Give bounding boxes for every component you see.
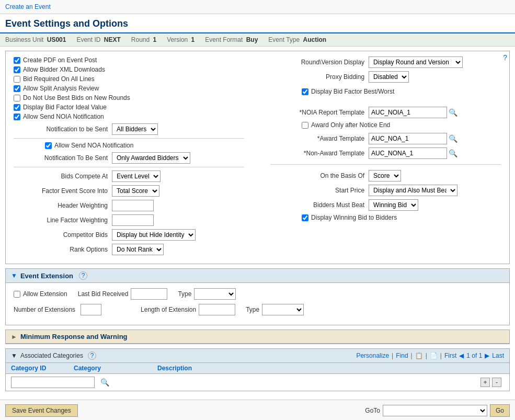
col-category-id-header: Category ID bbox=[11, 365, 74, 372]
goto-label: GoTo bbox=[365, 407, 380, 414]
bid-required-checkbox[interactable] bbox=[14, 76, 20, 83]
on-basis-of-select[interactable]: Score bbox=[369, 170, 401, 181]
assoc-table-header: Category ID Category Description bbox=[6, 363, 509, 374]
allow-send-noia-checkbox[interactable] bbox=[14, 113, 20, 120]
breadcrumb-link[interactable]: Create an Event bbox=[5, 3, 51, 10]
allow-extension-field: Allow Extension bbox=[14, 290, 67, 298]
col-category-header: Category bbox=[74, 365, 157, 372]
award-only-checkbox[interactable] bbox=[302, 122, 308, 129]
ext-type2-label: Type bbox=[246, 306, 259, 313]
factor-event-score-label: Factor Event Score Into bbox=[14, 187, 108, 195]
find-link[interactable]: Find bbox=[396, 352, 408, 359]
category-id-input[interactable] bbox=[11, 377, 95, 388]
num-extensions-input[interactable] bbox=[81, 304, 101, 315]
allow-split-checkbox[interactable] bbox=[14, 85, 20, 92]
remove-row-button[interactable]: - bbox=[492, 378, 501, 387]
non-award-template-search-icon[interactable]: 🔍 bbox=[449, 149, 457, 157]
goto-select[interactable] bbox=[383, 405, 487, 416]
display-winning-bid-checkbox[interactable] bbox=[302, 214, 308, 221]
display-winning-bid-label: Display Winning Bid to Bidders bbox=[311, 214, 397, 221]
bidders-must-beat-select[interactable]: Winning Bid bbox=[369, 199, 418, 211]
prev-nav[interactable]: ◀ bbox=[459, 352, 464, 359]
round-label: Round 1 bbox=[131, 36, 156, 43]
on-basis-of-label: On the Basis Of bbox=[270, 172, 364, 179]
allow-send-noa-checkbox[interactable] bbox=[45, 142, 52, 149]
competitor-bids-row: Competitor Bids Display but Hide Identit… bbox=[14, 229, 244, 241]
non-award-template-input[interactable] bbox=[369, 147, 447, 159]
rank-options-select[interactable]: Do Not Rank bbox=[112, 244, 164, 255]
category-search-icon[interactable]: 🔍 bbox=[100, 378, 109, 387]
display-bid-factor-best-label: Display Bid Factor Best/Worst bbox=[311, 88, 394, 95]
breadcrumb[interactable]: Create an Event bbox=[0, 0, 515, 14]
display-bid-factor-best-checkbox[interactable] bbox=[302, 88, 308, 95]
allow-bidder-xml-row: Allow Bidder XML Downloads bbox=[14, 66, 244, 73]
ext-type2-select[interactable] bbox=[262, 304, 304, 315]
event-extension-title: Event Extension bbox=[20, 272, 73, 280]
display-bid-factor-ideal-checkbox[interactable] bbox=[14, 104, 20, 111]
bidders-must-beat-row: Bidders Must Beat Winning Bid bbox=[270, 199, 501, 211]
event-id-label: Event ID NEXT bbox=[76, 36, 120, 43]
award-template-input[interactable] bbox=[369, 133, 447, 144]
award-template-row: *Award Template 🔍 bbox=[270, 133, 501, 144]
length-extension-label: Length of Extension bbox=[141, 306, 196, 313]
bidders-must-beat-label: Bidders Must Beat bbox=[270, 201, 364, 209]
assoc-help-icon[interactable]: ? bbox=[88, 351, 96, 360]
proxy-bidding-select[interactable]: Disabled bbox=[369, 71, 409, 83]
header-weighting-label: Header Weighting bbox=[14, 202, 108, 209]
line-factor-weighting-input[interactable] bbox=[112, 214, 154, 226]
start-price-select[interactable]: Display and Also Must Beat bbox=[369, 185, 457, 196]
bids-compete-select[interactable]: Event Level bbox=[112, 171, 161, 182]
award-template-search-icon[interactable]: 🔍 bbox=[449, 134, 457, 143]
do-not-use-best-checkbox[interactable] bbox=[14, 95, 20, 101]
factor-event-score-select[interactable]: Total Score bbox=[112, 185, 159, 197]
footer-left: Save Event Changes bbox=[5, 404, 78, 417]
noia-template-search-icon[interactable]: 🔍 bbox=[449, 108, 457, 117]
min-response-header[interactable]: ► Minimum Response and Warning bbox=[6, 330, 509, 344]
personalize-link[interactable]: Personalize bbox=[356, 352, 389, 359]
bids-compete-label: Bids Compete At bbox=[14, 173, 108, 180]
create-pdf-checkbox[interactable] bbox=[14, 57, 20, 64]
allow-send-noa-row: Allow Send NOA Notification bbox=[45, 142, 244, 149]
assoc-table-body: 🔍 + - bbox=[6, 374, 509, 391]
bid-required-label: Bid Required On All Lines bbox=[23, 75, 95, 83]
award-template-label: *Award Template bbox=[270, 135, 364, 142]
event-extension-toggle-icon: ▼ bbox=[11, 272, 17, 279]
allow-send-noa-label: Allow Send NOA Notification bbox=[54, 142, 133, 149]
event-extension-help-icon[interactable]: ? bbox=[79, 271, 87, 280]
add-row-button[interactable]: + bbox=[480, 378, 490, 387]
assoc-toggle-icon[interactable]: ▼ bbox=[11, 352, 17, 359]
line-factor-weighting-row: Line Factor Weighting bbox=[14, 214, 244, 226]
event-extension-section: ▼ Event Extension ? Allow Extension Last… bbox=[5, 268, 510, 325]
display-winning-bid-row: Display Winning Bid to Bidders bbox=[302, 214, 501, 221]
event-extension-header[interactable]: ▼ Event Extension ? bbox=[6, 269, 509, 283]
header-weighting-input[interactable] bbox=[112, 200, 154, 211]
round-version-display-select[interactable]: Display Round and Version bbox=[369, 56, 463, 68]
length-extension-input[interactable] bbox=[199, 304, 235, 315]
assoc-categories-section: ▼ Associated Categories ? Personalize | … bbox=[5, 348, 510, 391]
round-version-display-label: Round\Version Display bbox=[270, 59, 364, 66]
allow-extension-checkbox[interactable] bbox=[14, 291, 20, 298]
display-bid-factor-ideal-label: Display Bid Factor Ideal Value bbox=[23, 104, 107, 111]
help-icon[interactable]: ? bbox=[501, 51, 509, 64]
main-settings-section: ? Create PDF on Event Post Allow Bidder … bbox=[5, 51, 510, 264]
view-icon1[interactable]: 📋 bbox=[415, 352, 423, 359]
competitor-bids-select[interactable]: Display but Hide Identity bbox=[112, 229, 196, 241]
allow-extension-label: Allow Extension bbox=[23, 290, 67, 298]
noia-template-input[interactable] bbox=[369, 107, 447, 118]
notification-sent-select[interactable]: All Bidders bbox=[112, 123, 158, 135]
rank-options-label: Rank Options bbox=[14, 246, 108, 253]
allow-send-noia-row: Allow Send NOIA Notification bbox=[14, 113, 244, 120]
ext-type1-select[interactable] bbox=[194, 288, 236, 300]
next-nav[interactable]: ▶ bbox=[485, 352, 489, 359]
version-label: Version 1 bbox=[167, 36, 194, 43]
start-price-row: Start Price Display and Also Must Beat bbox=[270, 185, 501, 196]
save-button[interactable]: Save Event Changes bbox=[5, 404, 78, 417]
add-remove-controls: + - bbox=[113, 378, 504, 387]
view-icon2[interactable]: 📄 bbox=[430, 352, 438, 359]
notification-to-be-sent-select[interactable]: Only Awarded Bidders bbox=[112, 152, 190, 164]
last-bid-received-input[interactable] bbox=[131, 288, 167, 300]
event-extension-body-row1: Allow Extension Last Bid Received Type bbox=[14, 288, 501, 300]
ext-type2-field: Type bbox=[246, 304, 304, 315]
allow-bidder-xml-checkbox[interactable] bbox=[14, 66, 20, 73]
go-button[interactable]: Go bbox=[490, 404, 510, 417]
